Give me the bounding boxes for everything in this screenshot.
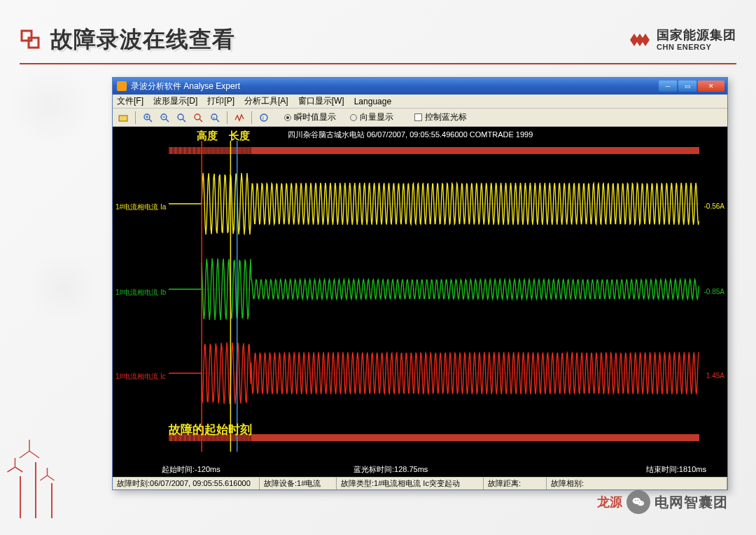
menu-file[interactable]: 文件[F]	[117, 95, 144, 107]
status-fault-type: 故障类型:1#电流相电流 Ic突变起动	[337, 478, 484, 489]
channel-label-ib: 1#电流相电流 Ib	[115, 288, 166, 298]
slide-header: 故障录波在线查看 国家能源集团 CHN ENERGY	[0, 20, 756, 60]
svg-text:x: x	[213, 116, 215, 120]
info-icon[interactable]: i	[258, 111, 270, 124]
svg-line-7	[149, 119, 152, 122]
menu-wave-display[interactable]: 波形显示[D]	[153, 95, 197, 107]
svg-marker-4	[641, 34, 650, 46]
svg-line-16	[200, 119, 202, 122]
svg-point-284	[638, 501, 644, 506]
toolbar: x i 瞬时值显示 向量显示 控制蓝光标	[113, 109, 727, 127]
svg-point-286	[637, 500, 638, 501]
minimize-button[interactable]: ─	[659, 81, 677, 92]
svg-rect-1	[29, 38, 38, 48]
page-title: 故障录波在线查看	[50, 25, 235, 55]
app-icon	[117, 81, 127, 91]
svg-line-282	[47, 475, 54, 480]
svg-point-15	[195, 114, 200, 120]
radio-instant-label: 瞬时值显示	[294, 111, 336, 123]
brand-logo: 国家能源集团 CHN ENERGY	[623, 28, 736, 52]
svg-line-279	[29, 451, 39, 458]
checkbox-control-cursor[interactable]: 控制蓝光标	[414, 111, 467, 123]
wechat-icon	[626, 490, 650, 514]
maximize-button[interactable]: ▭	[678, 81, 696, 92]
wave-chart-icon[interactable]	[233, 111, 246, 124]
checkbox-cursor-label: 控制蓝光标	[425, 111, 467, 123]
menu-bar: 文件[F] 波形显示[D] 打印[P] 分析工具[A] 窗口显示[W] Lang…	[113, 95, 727, 109]
close-button[interactable]: ✕	[698, 81, 724, 92]
zoom-reset-icon[interactable]	[175, 111, 188, 124]
title-bullet-icon	[20, 29, 42, 51]
brand-name-en: CHN ENERGY	[657, 43, 736, 51]
svg-line-11	[166, 119, 169, 122]
svg-line-278	[20, 451, 29, 458]
zoom-in-icon[interactable]	[141, 111, 154, 124]
menu-print[interactable]: 打印[P]	[207, 95, 234, 107]
value-label-ib: -0.85A	[704, 288, 724, 296]
waveform-viewport[interactable]: 高度 长度 四川杂谷脑古城水电站 06/07/2007, 09:05:55.49…	[113, 127, 727, 477]
footer-lysd: 龙源	[597, 494, 622, 510]
window-title: 录波分析软件 Analyse Expert	[131, 81, 240, 92]
svg-line-14	[183, 119, 186, 122]
open-icon[interactable]	[117, 111, 130, 124]
time-cursor: 蓝光标时间:128.75ms	[354, 464, 428, 475]
app-window: 录波分析软件 Analyse Expert ─ ▭ ✕ 文件[F] 波形显示[D…	[112, 77, 728, 490]
radio-instant-value[interactable]: 瞬时值显示	[284, 111, 336, 123]
zoom-x-icon[interactable]: x	[209, 111, 221, 124]
status-fault-phase: 故障相别:	[547, 478, 727, 489]
channel-label-ic: 1#电流相电流 Ic	[115, 372, 166, 382]
station-info: 四川杂谷脑古城水电站 06/07/2007, 09:05:55.496000 C…	[288, 130, 533, 140]
footer-watermark: 龙源 电网智囊团	[597, 490, 728, 514]
menu-window[interactable]: 窗口显示[W]	[298, 95, 344, 107]
zoom-out-icon[interactable]	[158, 111, 171, 124]
svg-rect-267	[251, 434, 699, 441]
brand-name-cn: 国家能源集团	[657, 29, 736, 43]
svg-line-281	[40, 475, 47, 480]
radio-vector-label: 向量显示	[360, 111, 393, 123]
channel-label-ia: 1#电流相电流 Ia	[115, 202, 166, 212]
svg-point-288	[641, 502, 642, 503]
value-label-ic: 1.45A	[706, 372, 724, 380]
window-titlebar[interactable]: 录波分析软件 Analyse Expert ─ ▭ ✕	[113, 78, 727, 95]
svg-rect-144	[251, 147, 699, 154]
menu-analyse[interactable]: 分析工具[A]	[244, 95, 288, 107]
waveform-canvas[interactable]	[169, 141, 699, 452]
zoom-fit-icon[interactable]	[192, 111, 204, 124]
time-end: 结束时间:1810ms	[646, 464, 706, 475]
status-bar: 故障时刻:06/07/2007, 09:05:55.616000 故障设备:1#…	[113, 477, 727, 489]
svg-point-20	[260, 114, 267, 121]
footer-group: 电网智囊团	[654, 493, 728, 512]
status-fault-time: 故障时刻:06/07/2007, 09:05:55.616000	[113, 478, 260, 489]
svg-point-287	[639, 502, 640, 503]
radio-vector-value[interactable]: 向量显示	[350, 111, 393, 123]
svg-text:i: i	[262, 115, 264, 121]
svg-rect-5	[119, 116, 127, 121]
annotation-fault-start: 故障的起始时刻	[169, 422, 252, 438]
svg-line-18	[216, 119, 219, 122]
svg-point-13	[178, 114, 183, 120]
value-label-ia: -0.56A	[704, 202, 724, 210]
svg-point-285	[635, 500, 636, 501]
brand-diamond-icon	[623, 28, 651, 52]
status-fault-distance: 故障距离:	[484, 478, 547, 489]
menu-language[interactable]: Language	[354, 97, 391, 106]
svg-rect-0	[22, 31, 31, 41]
header-divider	[20, 63, 736, 64]
svg-line-275	[8, 467, 15, 472]
svg-line-276	[15, 467, 23, 472]
time-start: 起始时间:-120ms	[162, 464, 220, 475]
status-fault-device: 故障设备:1#电流	[260, 478, 337, 489]
wind-turbine-decoration	[14, 462, 58, 521]
